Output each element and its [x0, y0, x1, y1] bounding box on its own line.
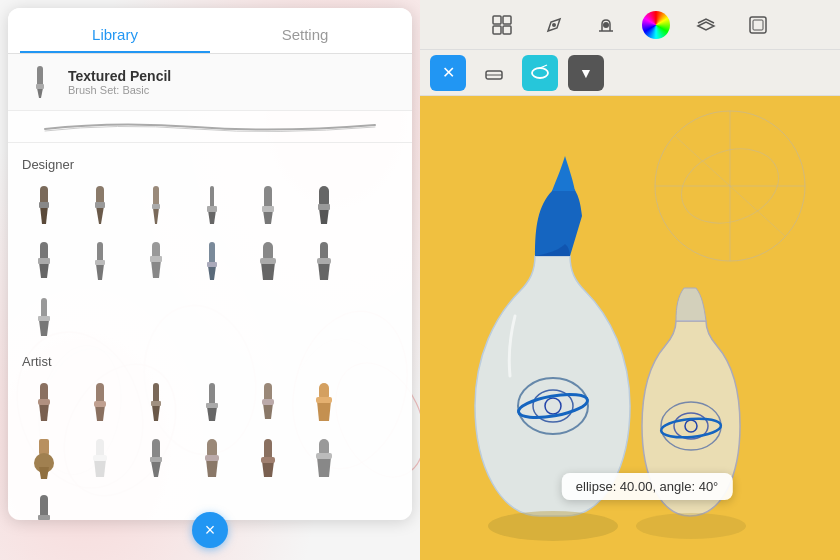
svg-marker-31 — [96, 264, 104, 280]
svg-point-101 — [552, 23, 556, 27]
svg-rect-53 — [94, 401, 106, 407]
second-toolbar: ✕ ▼ — [420, 50, 840, 96]
svg-rect-103 — [750, 17, 766, 33]
svg-point-106 — [532, 68, 548, 78]
svg-marker-46 — [39, 320, 49, 336]
svg-marker-22 — [263, 210, 273, 224]
brush-item[interactable] — [242, 180, 294, 232]
brush-item[interactable] — [242, 433, 294, 485]
grid-icon[interactable] — [486, 9, 518, 41]
brush-name: Textured Pencil — [68, 68, 171, 84]
brush-item[interactable] — [18, 433, 70, 485]
brush-item[interactable] — [186, 377, 238, 429]
top-toolbar — [420, 0, 840, 50]
svg-marker-13 — [96, 206, 104, 224]
brush-item[interactable] — [18, 292, 70, 344]
svg-marker-40 — [261, 262, 275, 280]
svg-marker-52 — [95, 405, 105, 421]
brush-item[interactable] — [74, 433, 126, 485]
svg-rect-98 — [503, 16, 511, 24]
color-wheel-icon[interactable] — [642, 11, 670, 39]
current-brush-icon — [22, 64, 58, 100]
current-brush-info: Textured Pencil Brush Set: Basic — [68, 68, 171, 96]
brush-item[interactable] — [18, 180, 70, 232]
ellipse-tool[interactable] — [522, 55, 558, 91]
svg-rect-23 — [262, 206, 274, 212]
svg-marker-61 — [263, 403, 273, 419]
arrow-down-tool[interactable]: ▼ — [568, 55, 604, 91]
tab-setting[interactable]: Setting — [210, 18, 400, 53]
svg-marker-55 — [152, 405, 160, 421]
brush-item[interactable] — [186, 433, 238, 485]
pen-icon[interactable] — [538, 9, 570, 41]
svg-rect-20 — [207, 206, 217, 212]
svg-marker-76 — [206, 459, 218, 477]
svg-marker-43 — [318, 262, 330, 280]
tab-bar: Library Setting — [8, 8, 412, 54]
svg-marker-73 — [151, 461, 161, 477]
svg-rect-66 — [39, 439, 49, 455]
brush-item[interactable] — [18, 236, 70, 288]
brush-item[interactable] — [186, 180, 238, 232]
svg-rect-80 — [261, 457, 275, 463]
svg-point-123 — [636, 513, 746, 539]
section-label-designer: Designer — [8, 151, 412, 176]
brush-item[interactable] — [130, 236, 182, 288]
brush-item[interactable] — [74, 180, 126, 232]
current-brush-row[interactable]: Textured Pencil Brush Set: Basic — [8, 54, 412, 111]
brush-item[interactable] — [18, 377, 70, 429]
frame-icon[interactable] — [742, 9, 774, 41]
brush-item[interactable] — [298, 433, 350, 485]
designer-brush-grid — [8, 176, 412, 348]
svg-marker-70 — [94, 459, 106, 477]
brush-item[interactable] — [242, 377, 294, 429]
svg-rect-11 — [39, 202, 49, 208]
close-button[interactable]: × — [192, 512, 228, 548]
brush-item[interactable] — [74, 236, 126, 288]
svg-marker-7 — [37, 88, 43, 98]
svg-marker-49 — [39, 403, 49, 421]
svg-rect-86 — [38, 515, 50, 520]
svg-rect-100 — [503, 26, 511, 34]
left-panel: Library Setting Textured Pencil Brush Se… — [0, 0, 420, 560]
right-panel: ✕ ▼ — [420, 0, 840, 560]
layers-icon[interactable] — [690, 9, 722, 41]
brush-item[interactable] — [242, 236, 294, 288]
svg-rect-74 — [150, 457, 162, 462]
library-panel: Library Setting Textured Pencil Brush Se… — [8, 8, 412, 520]
artist-brush-grid — [8, 373, 412, 520]
svg-marker-79 — [262, 461, 274, 477]
brush-item[interactable] — [298, 377, 350, 429]
brush-list: Designer — [8, 143, 412, 520]
svg-rect-62 — [262, 399, 274, 405]
x-close-tool[interactable]: ✕ — [430, 55, 466, 91]
svg-marker-16 — [153, 208, 159, 224]
tab-library[interactable]: Library — [20, 18, 210, 53]
brush-item[interactable] — [186, 236, 238, 288]
svg-rect-29 — [38, 258, 50, 264]
svg-rect-77 — [205, 455, 219, 461]
svg-marker-19 — [208, 210, 216, 224]
svg-rect-41 — [260, 258, 276, 264]
svg-rect-59 — [206, 403, 218, 408]
brush-item[interactable] — [130, 377, 182, 429]
svg-rect-65 — [316, 397, 332, 403]
brush-item[interactable] — [74, 377, 126, 429]
section-label-artist: Artist — [8, 348, 412, 373]
svg-point-122 — [488, 511, 618, 541]
brush-item[interactable] — [18, 489, 70, 520]
svg-marker-34 — [151, 260, 161, 278]
stamp-icon[interactable] — [590, 9, 622, 41]
svg-rect-56 — [151, 401, 161, 406]
svg-marker-58 — [207, 407, 217, 421]
svg-rect-99 — [493, 26, 501, 34]
brush-item[interactable] — [298, 180, 350, 232]
svg-rect-35 — [150, 256, 162, 262]
brush-item[interactable] — [130, 433, 182, 485]
brush-item[interactable] — [298, 236, 350, 288]
svg-rect-102 — [603, 22, 609, 28]
eraser-tool[interactable] — [476, 55, 512, 91]
svg-marker-25 — [319, 208, 329, 224]
svg-rect-104 — [753, 20, 763, 30]
brush-item[interactable] — [130, 180, 182, 232]
